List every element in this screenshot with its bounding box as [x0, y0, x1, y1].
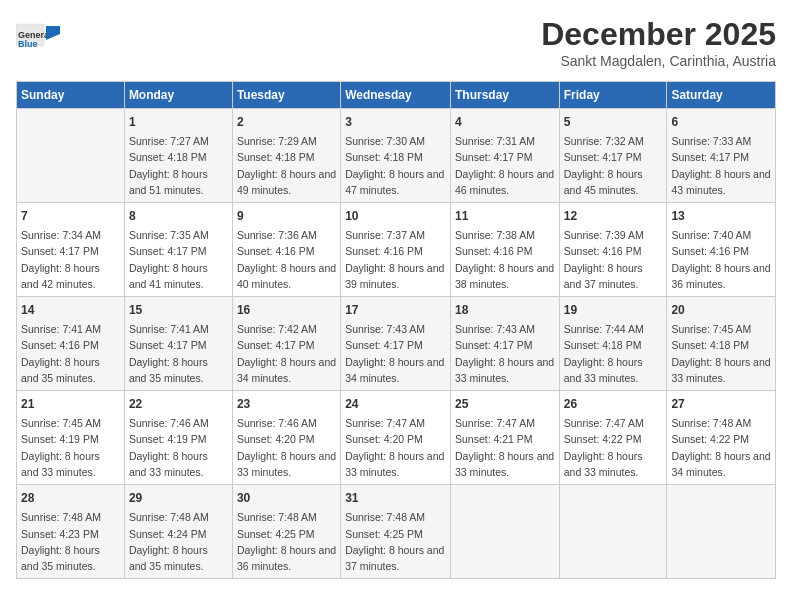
day-number: 4	[455, 113, 555, 131]
day-cell	[667, 485, 776, 579]
day-number: 20	[671, 301, 771, 319]
day-number: 6	[671, 113, 771, 131]
day-info: Sunrise: 7:46 AMSunset: 4:20 PMDaylight:…	[237, 415, 336, 480]
header-wednesday: Wednesday	[341, 82, 451, 109]
day-cell: 1Sunrise: 7:27 AMSunset: 4:18 PMDaylight…	[124, 109, 232, 203]
week-row-1: 7Sunrise: 7:34 AMSunset: 4:17 PMDaylight…	[17, 203, 776, 297]
week-row-4: 28Sunrise: 7:48 AMSunset: 4:23 PMDayligh…	[17, 485, 776, 579]
page-header: General Blue December 2025 Sankt Magdale…	[16, 16, 776, 69]
day-number: 16	[237, 301, 336, 319]
week-row-3: 21Sunrise: 7:45 AMSunset: 4:19 PMDayligh…	[17, 391, 776, 485]
day-info: Sunrise: 7:41 AMSunset: 4:16 PMDaylight:…	[21, 321, 120, 386]
header-thursday: Thursday	[450, 82, 559, 109]
day-info: Sunrise: 7:40 AMSunset: 4:16 PMDaylight:…	[671, 227, 771, 292]
svg-marker-3	[46, 26, 60, 40]
day-number: 14	[21, 301, 120, 319]
day-cell: 24Sunrise: 7:47 AMSunset: 4:20 PMDayligh…	[341, 391, 451, 485]
day-number: 2	[237, 113, 336, 131]
day-cell: 17Sunrise: 7:43 AMSunset: 4:17 PMDayligh…	[341, 297, 451, 391]
header-friday: Friday	[559, 82, 667, 109]
day-info: Sunrise: 7:27 AMSunset: 4:18 PMDaylight:…	[129, 133, 228, 198]
logo: General Blue	[16, 16, 60, 54]
day-info: Sunrise: 7:29 AMSunset: 4:18 PMDaylight:…	[237, 133, 336, 198]
day-cell: 8Sunrise: 7:35 AMSunset: 4:17 PMDaylight…	[124, 203, 232, 297]
week-row-2: 14Sunrise: 7:41 AMSunset: 4:16 PMDayligh…	[17, 297, 776, 391]
day-cell: 7Sunrise: 7:34 AMSunset: 4:17 PMDaylight…	[17, 203, 125, 297]
day-number: 25	[455, 395, 555, 413]
day-cell: 15Sunrise: 7:41 AMSunset: 4:17 PMDayligh…	[124, 297, 232, 391]
day-number: 1	[129, 113, 228, 131]
day-info: Sunrise: 7:33 AMSunset: 4:17 PMDaylight:…	[671, 133, 771, 198]
day-info: Sunrise: 7:47 AMSunset: 4:20 PMDaylight:…	[345, 415, 446, 480]
day-number: 31	[345, 489, 446, 507]
day-cell: 2Sunrise: 7:29 AMSunset: 4:18 PMDaylight…	[232, 109, 340, 203]
day-number: 22	[129, 395, 228, 413]
day-number: 15	[129, 301, 228, 319]
day-info: Sunrise: 7:47 AMSunset: 4:22 PMDaylight:…	[564, 415, 663, 480]
calendar-table: SundayMondayTuesdayWednesdayThursdayFrid…	[16, 81, 776, 579]
location-title: Sankt Magdalen, Carinthia, Austria	[541, 53, 776, 69]
header-monday: Monday	[124, 82, 232, 109]
day-cell: 31Sunrise: 7:48 AMSunset: 4:25 PMDayligh…	[341, 485, 451, 579]
day-number: 28	[21, 489, 120, 507]
day-number: 8	[129, 207, 228, 225]
day-number: 26	[564, 395, 663, 413]
calendar-body: 1Sunrise: 7:27 AMSunset: 4:18 PMDaylight…	[17, 109, 776, 579]
day-cell: 16Sunrise: 7:42 AMSunset: 4:17 PMDayligh…	[232, 297, 340, 391]
day-info: Sunrise: 7:47 AMSunset: 4:21 PMDaylight:…	[455, 415, 555, 480]
day-info: Sunrise: 7:48 AMSunset: 4:24 PMDaylight:…	[129, 509, 228, 574]
day-info: Sunrise: 7:41 AMSunset: 4:17 PMDaylight:…	[129, 321, 228, 386]
day-cell: 14Sunrise: 7:41 AMSunset: 4:16 PMDayligh…	[17, 297, 125, 391]
day-info: Sunrise: 7:44 AMSunset: 4:18 PMDaylight:…	[564, 321, 663, 386]
day-cell: 21Sunrise: 7:45 AMSunset: 4:19 PMDayligh…	[17, 391, 125, 485]
day-number: 11	[455, 207, 555, 225]
day-info: Sunrise: 7:31 AMSunset: 4:17 PMDaylight:…	[455, 133, 555, 198]
day-number: 19	[564, 301, 663, 319]
day-cell: 12Sunrise: 7:39 AMSunset: 4:16 PMDayligh…	[559, 203, 667, 297]
day-info: Sunrise: 7:39 AMSunset: 4:16 PMDaylight:…	[564, 227, 663, 292]
day-cell: 29Sunrise: 7:48 AMSunset: 4:24 PMDayligh…	[124, 485, 232, 579]
day-cell: 22Sunrise: 7:46 AMSunset: 4:19 PMDayligh…	[124, 391, 232, 485]
day-info: Sunrise: 7:30 AMSunset: 4:18 PMDaylight:…	[345, 133, 446, 198]
day-number: 12	[564, 207, 663, 225]
day-cell	[450, 485, 559, 579]
day-info: Sunrise: 7:35 AMSunset: 4:17 PMDaylight:…	[129, 227, 228, 292]
day-info: Sunrise: 7:48 AMSunset: 4:22 PMDaylight:…	[671, 415, 771, 480]
day-cell: 18Sunrise: 7:43 AMSunset: 4:17 PMDayligh…	[450, 297, 559, 391]
day-cell: 6Sunrise: 7:33 AMSunset: 4:17 PMDaylight…	[667, 109, 776, 203]
month-title: December 2025	[541, 16, 776, 53]
day-number: 10	[345, 207, 446, 225]
day-cell: 11Sunrise: 7:38 AMSunset: 4:16 PMDayligh…	[450, 203, 559, 297]
day-info: Sunrise: 7:48 AMSunset: 4:25 PMDaylight:…	[237, 509, 336, 574]
day-number: 29	[129, 489, 228, 507]
day-info: Sunrise: 7:32 AMSunset: 4:17 PMDaylight:…	[564, 133, 663, 198]
header-saturday: Saturday	[667, 82, 776, 109]
day-info: Sunrise: 7:43 AMSunset: 4:17 PMDaylight:…	[455, 321, 555, 386]
title-area: December 2025 Sankt Magdalen, Carinthia,…	[541, 16, 776, 69]
day-number: 7	[21, 207, 120, 225]
day-cell: 23Sunrise: 7:46 AMSunset: 4:20 PMDayligh…	[232, 391, 340, 485]
week-row-0: 1Sunrise: 7:27 AMSunset: 4:18 PMDaylight…	[17, 109, 776, 203]
day-cell: 3Sunrise: 7:30 AMSunset: 4:18 PMDaylight…	[341, 109, 451, 203]
day-cell: 10Sunrise: 7:37 AMSunset: 4:16 PMDayligh…	[341, 203, 451, 297]
day-number: 17	[345, 301, 446, 319]
logo-icon: General Blue	[16, 16, 60, 54]
header-tuesday: Tuesday	[232, 82, 340, 109]
day-info: Sunrise: 7:42 AMSunset: 4:17 PMDaylight:…	[237, 321, 336, 386]
day-number: 23	[237, 395, 336, 413]
day-info: Sunrise: 7:45 AMSunset: 4:19 PMDaylight:…	[21, 415, 120, 480]
day-cell: 25Sunrise: 7:47 AMSunset: 4:21 PMDayligh…	[450, 391, 559, 485]
day-number: 3	[345, 113, 446, 131]
day-number: 30	[237, 489, 336, 507]
day-cell: 9Sunrise: 7:36 AMSunset: 4:16 PMDaylight…	[232, 203, 340, 297]
day-info: Sunrise: 7:43 AMSunset: 4:17 PMDaylight:…	[345, 321, 446, 386]
day-cell: 13Sunrise: 7:40 AMSunset: 4:16 PMDayligh…	[667, 203, 776, 297]
day-number: 27	[671, 395, 771, 413]
svg-text:Blue: Blue	[18, 39, 38, 49]
day-info: Sunrise: 7:48 AMSunset: 4:23 PMDaylight:…	[21, 509, 120, 574]
day-cell: 5Sunrise: 7:32 AMSunset: 4:17 PMDaylight…	[559, 109, 667, 203]
header-sunday: Sunday	[17, 82, 125, 109]
day-cell: 27Sunrise: 7:48 AMSunset: 4:22 PMDayligh…	[667, 391, 776, 485]
calendar-header-row: SundayMondayTuesdayWednesdayThursdayFrid…	[17, 82, 776, 109]
day-cell: 26Sunrise: 7:47 AMSunset: 4:22 PMDayligh…	[559, 391, 667, 485]
